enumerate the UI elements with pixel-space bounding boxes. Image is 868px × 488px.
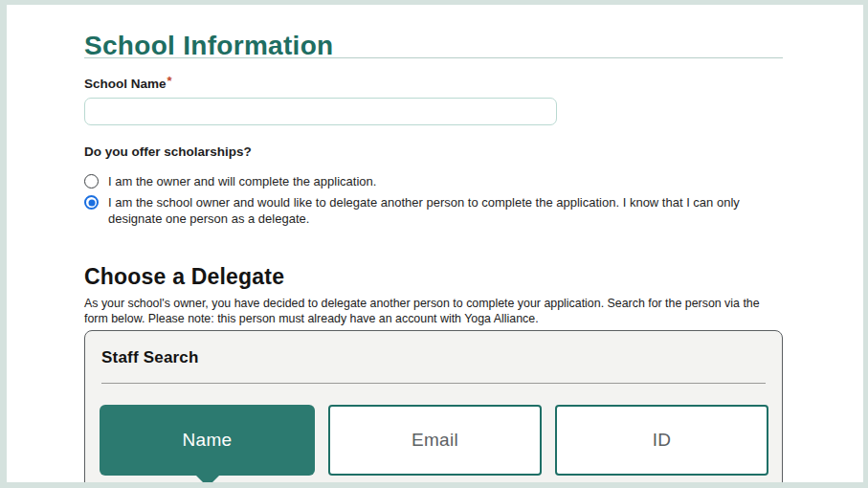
radio-selected-icon[interactable] <box>84 195 99 210</box>
staff-search-divider <box>101 383 766 384</box>
scholarship-option-owner[interactable]: I am the owner and will complete the app… <box>84 173 376 189</box>
radio-unselected-icon[interactable] <box>84 174 99 189</box>
school-name-input[interactable] <box>84 98 557 125</box>
page-title: School Information <box>84 31 334 61</box>
option-label: I am the owner and will complete the app… <box>108 173 376 189</box>
tab-email[interactable]: Email <box>328 405 542 476</box>
staff-search-tabs: Name Email ID <box>100 405 768 476</box>
tab-name[interactable]: Name <box>100 405 315 476</box>
staff-search-panel: Staff Search Name Email ID <box>84 330 783 488</box>
required-asterisk: * <box>167 74 172 88</box>
school-information-page: School Information School Name* Do you o… <box>0 0 868 488</box>
title-divider <box>84 57 783 58</box>
delegate-description: As your school's owner, you have decided… <box>84 296 777 326</box>
option-label: I am the school owner and would like to … <box>108 194 790 227</box>
tab-id[interactable]: ID <box>555 405 768 476</box>
scholarship-option-delegate[interactable]: I am the school owner and would like to … <box>84 194 790 227</box>
school-name-label: School Name* <box>84 77 172 91</box>
delegate-heading: Choose a Delegate <box>84 264 284 290</box>
active-tab-pointer-icon <box>195 475 220 487</box>
staff-search-heading: Staff Search <box>101 348 199 367</box>
scholarships-question: Do you offer scholarships? <box>84 144 252 159</box>
